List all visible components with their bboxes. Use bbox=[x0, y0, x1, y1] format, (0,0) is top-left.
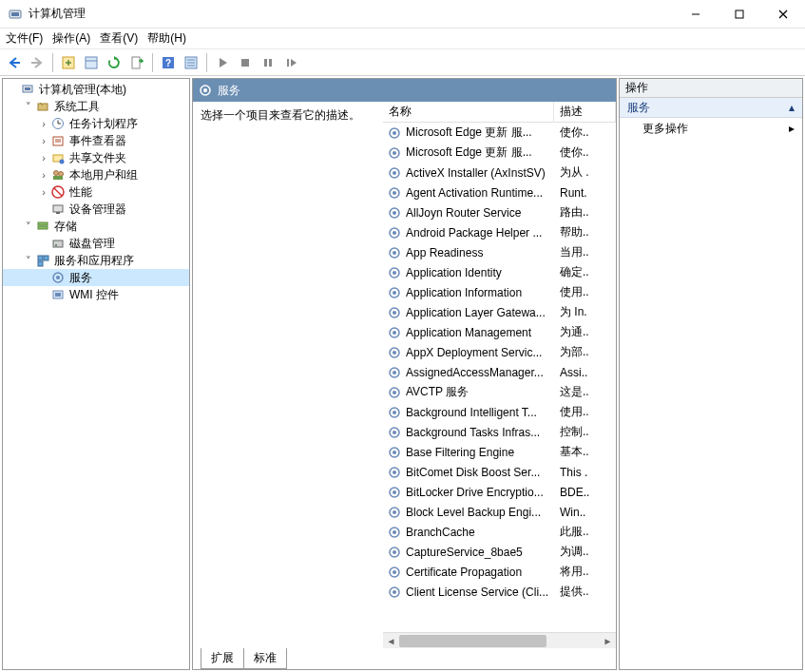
tree-performance[interactable]: ›性能 bbox=[3, 183, 189, 201]
column-name[interactable]: 名称 bbox=[383, 102, 554, 122]
service-row[interactable]: BranchCache此服.. bbox=[383, 522, 616, 542]
service-row[interactable]: Background Intelligent T...使用.. bbox=[383, 402, 616, 422]
list-view-button[interactable] bbox=[181, 52, 201, 73]
back-button[interactable] bbox=[4, 52, 25, 73]
svg-rect-39 bbox=[56, 212, 60, 214]
expand-collapse-icon[interactable]: › bbox=[37, 135, 50, 146]
service-row[interactable]: Application Layer Gatewa...为 In. bbox=[383, 302, 616, 322]
properties-button[interactable] bbox=[81, 52, 102, 73]
restart-service-button[interactable] bbox=[280, 52, 301, 73]
services-list[interactable]: Microsoft Edge 更新 服...使你..Microsoft Edge… bbox=[383, 123, 616, 632]
pause-service-button[interactable] bbox=[258, 52, 278, 73]
scroll-left-arrow[interactable]: ◄ bbox=[383, 633, 399, 649]
service-row[interactable]: App Readiness当用.. bbox=[383, 242, 616, 262]
tab-standard[interactable]: 标准 bbox=[244, 648, 287, 669]
expand-collapse-icon[interactable]: › bbox=[37, 118, 50, 129]
scroll-track[interactable] bbox=[399, 633, 600, 649]
service-description: Assi.. bbox=[558, 366, 616, 379]
gear-icon bbox=[387, 205, 402, 221]
tree-services-apps[interactable]: ˅服务和应用程序 bbox=[3, 252, 189, 269]
tree-task-scheduler[interactable]: ›任务计划程序 bbox=[3, 115, 189, 132]
tree-shared-folders[interactable]: ›共享文件夹 bbox=[3, 149, 189, 166]
tree-node-label: 事件查看器 bbox=[69, 133, 126, 149]
service-description: 这是.. bbox=[558, 384, 616, 400]
service-name: Application Information bbox=[406, 286, 558, 299]
tree-system-tools[interactable]: ˅系统工具 bbox=[3, 98, 189, 115]
close-button[interactable] bbox=[761, 0, 805, 29]
column-description[interactable]: 描述 bbox=[554, 102, 616, 122]
service-row[interactable]: ActiveX Installer (AxInstSV)为从 . bbox=[383, 163, 616, 182]
service-row[interactable]: Application Management为通.. bbox=[383, 322, 616, 342]
gear-icon bbox=[387, 165, 402, 181]
service-row[interactable]: AssignedAccessManager...Assi.. bbox=[383, 362, 616, 382]
refresh-button[interactable] bbox=[104, 52, 125, 73]
service-row[interactable]: AVCTP 服务这是.. bbox=[383, 382, 616, 402]
scroll-right-arrow[interactable]: ► bbox=[600, 633, 616, 649]
gear-icon bbox=[387, 465, 402, 480]
tab-extended[interactable]: 扩展 bbox=[201, 648, 244, 669]
maximize-button[interactable] bbox=[718, 0, 761, 29]
navigation-tree[interactable]: 计算机管理(本地)˅系统工具›任务计划程序›事件查看器›共享文件夹›本地用户和组… bbox=[2, 78, 190, 670]
tree-event-viewer[interactable]: ›事件查看器 bbox=[3, 132, 189, 149]
svg-rect-1 bbox=[11, 12, 19, 16]
tree-root[interactable]: 计算机管理(本地) bbox=[3, 81, 189, 98]
service-row[interactable]: Android Package Helper ...帮助.. bbox=[383, 222, 616, 242]
service-name: Base Filtering Engine bbox=[406, 446, 558, 459]
svg-point-74 bbox=[393, 331, 396, 335]
service-row[interactable]: BitLocker Drive Encryptio...BDE.. bbox=[383, 482, 616, 502]
service-row[interactable]: Microsoft Edge 更新 服...使你.. bbox=[383, 123, 616, 143]
service-row[interactable]: Microsoft Edge 更新 服...使你.. bbox=[383, 143, 616, 163]
forward-button[interactable] bbox=[27, 52, 48, 73]
service-row[interactable]: CaptureService_8bae5为调.. bbox=[383, 542, 616, 562]
service-name: AllJoyn Router Service bbox=[406, 206, 558, 220]
horizontal-scrollbar[interactable]: ◄ ► bbox=[383, 632, 616, 648]
service-row[interactable]: Application Identity确定.. bbox=[383, 262, 616, 282]
expand-collapse-icon[interactable]: ˅ bbox=[22, 221, 35, 233]
action-more[interactable]: 更多操作 ▸ bbox=[620, 118, 802, 139]
menu-file[interactable]: 文件(F) bbox=[6, 30, 43, 47]
service-name: App Readiness bbox=[406, 246, 558, 259]
service-row[interactable]: Background Tasks Infras...控制.. bbox=[383, 422, 616, 442]
svg-text:?: ? bbox=[165, 58, 171, 68]
service-row[interactable]: Client License Service (Cli...提供.. bbox=[383, 582, 616, 602]
actions-section[interactable]: 服务 ▴ bbox=[620, 98, 802, 118]
svg-point-62 bbox=[393, 211, 396, 215]
gear-icon bbox=[387, 545, 402, 560]
tree-device-manager[interactable]: 设备管理器 bbox=[3, 201, 189, 218]
service-row[interactable]: Agent Activation Runtime...Runt. bbox=[383, 182, 616, 202]
tree-node-label: 计算机管理(本地) bbox=[39, 82, 126, 98]
help-button[interactable]: ? bbox=[158, 52, 179, 73]
column-headers[interactable]: 名称 描述 bbox=[383, 102, 616, 123]
tree-wmi-control[interactable]: WMI 控件 bbox=[3, 286, 189, 303]
show-hide-tree-button[interactable] bbox=[58, 52, 79, 73]
minimize-button[interactable] bbox=[674, 0, 718, 29]
tree-services[interactable]: 服务 bbox=[3, 269, 189, 286]
service-row[interactable]: AppX Deployment Servic...为部.. bbox=[383, 342, 616, 362]
service-row[interactable]: Application Information使用.. bbox=[383, 282, 616, 302]
menu-action[interactable]: 操作(A) bbox=[52, 30, 90, 47]
service-row[interactable]: Certificate Propagation将用.. bbox=[383, 562, 616, 582]
expand-collapse-icon[interactable]: › bbox=[37, 169, 50, 181]
export-button[interactable] bbox=[126, 52, 147, 73]
gear-icon bbox=[387, 405, 402, 420]
stop-service-button[interactable] bbox=[235, 52, 256, 73]
service-row[interactable]: Block Level Backup Engi...Win.. bbox=[383, 502, 616, 522]
tree-disk-management[interactable]: 磁盘管理 bbox=[3, 235, 189, 252]
svg-rect-3 bbox=[736, 10, 743, 18]
scroll-thumb[interactable] bbox=[399, 635, 546, 647]
expand-collapse-icon[interactable]: › bbox=[37, 152, 50, 163]
menu-view[interactable]: 查看(V) bbox=[100, 30, 138, 47]
services-header: 服务 bbox=[193, 79, 616, 102]
start-service-button[interactable] bbox=[212, 52, 233, 73]
service-row[interactable]: AllJoyn Router Service路由.. bbox=[383, 202, 616, 222]
service-row[interactable]: Base Filtering Engine基本.. bbox=[383, 442, 616, 462]
tree-storage[interactable]: ˅存储 bbox=[3, 218, 189, 235]
expand-collapse-icon[interactable]: ˅ bbox=[22, 255, 35, 267]
service-row[interactable]: BitComet Disk Boost Ser...This . bbox=[383, 462, 616, 482]
menu-help[interactable]: 帮助(H) bbox=[147, 30, 186, 47]
svg-rect-18 bbox=[241, 59, 249, 67]
expand-collapse-icon[interactable]: › bbox=[37, 186, 50, 198]
expand-collapse-icon[interactable]: ˅ bbox=[22, 101, 35, 113]
tree-local-users[interactable]: ›本地用户和组 bbox=[3, 166, 189, 183]
gear-icon bbox=[387, 385, 402, 400]
